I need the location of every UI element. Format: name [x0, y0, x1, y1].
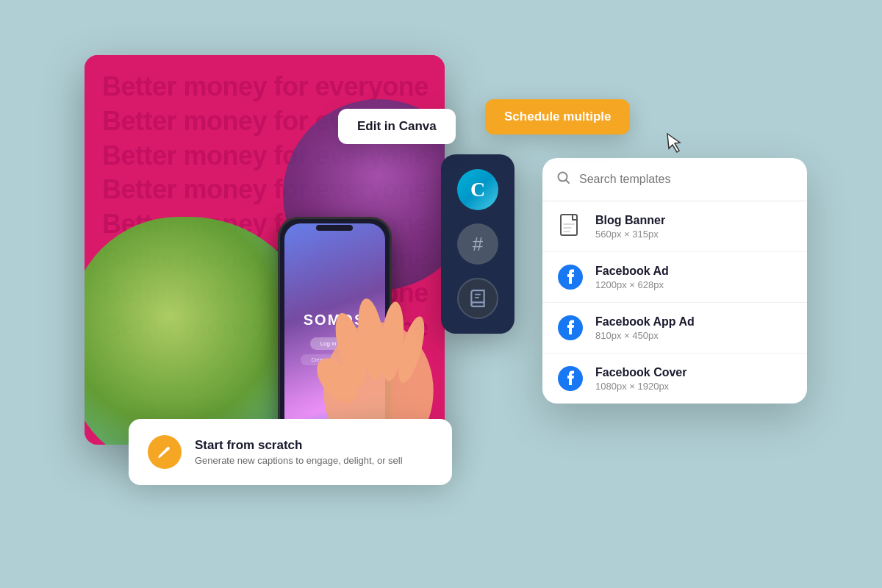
search-templates-input[interactable] — [579, 173, 792, 186]
phone-notch — [316, 225, 353, 231]
edit-canva-label: Edit in Canva — [357, 119, 437, 133]
hash-symbol: # — [473, 233, 483, 256]
schedule-multiple-button[interactable]: Schedule multiple — [485, 99, 630, 135]
doc-icon — [557, 213, 584, 240]
search-box — [542, 158, 807, 201]
template-info: Facebook App Ad 810px × 450px — [595, 315, 695, 341]
template-info: Facebook Cover 1080px × 1920px — [595, 366, 686, 392]
book-nav-icon[interactable] — [457, 278, 498, 319]
canva-letter: C — [470, 178, 485, 201]
book-icon — [468, 289, 487, 308]
repeating-text-1: Better money for everyone — [102, 70, 445, 104]
templates-panel: Blog Banner 560px × 315px Facebook Ad 12… — [542, 158, 807, 404]
scratch-card[interactable]: Start from scratch Generate new captions… — [129, 419, 452, 485]
schedule-multiple-label: Schedule multiple — [504, 110, 611, 123]
template-list: Blog Banner 560px × 315px Facebook Ad 12… — [542, 201, 807, 404]
template-dims: 1080px × 1920px — [595, 381, 686, 392]
template-name: Blog Banner — [595, 214, 665, 227]
pencil-icon — [148, 435, 182, 469]
template-dims: 560px × 315px — [595, 229, 665, 240]
template-dims: 1200px × 628px — [595, 279, 669, 290]
svg-rect-7 — [561, 215, 577, 235]
template-dims: 810px × 450px — [595, 330, 695, 341]
facebook-icon — [557, 264, 584, 290]
template-name: Facebook Cover — [595, 366, 686, 379]
scratch-title: Start from scratch — [195, 438, 403, 453]
nav-panel: C # — [441, 154, 514, 334]
template-name: Facebook Ad — [595, 265, 669, 278]
facebook-icon — [557, 315, 584, 341]
scratch-text: Start from scratch Generate new captions… — [195, 438, 403, 466]
facebook-icon — [557, 365, 584, 392]
template-info: Blog Banner 560px × 315px — [595, 214, 665, 240]
template-item[interactable]: Blog Banner 560px × 315px — [542, 201, 807, 252]
cursor-pointer — [662, 131, 688, 157]
template-item[interactable]: Facebook Cover 1080px × 1920px — [542, 354, 807, 404]
template-name: Facebook App Ad — [595, 315, 695, 329]
template-info: Facebook Ad 1200px × 628px — [595, 265, 669, 290]
search-icon — [557, 171, 570, 187]
hash-nav-icon[interactable]: # — [457, 223, 498, 265]
scratch-subtitle: Generate new captions to engage, delight… — [195, 455, 403, 466]
hand-icon — [305, 254, 445, 445]
edit-canva-button[interactable]: Edit in Canva — [338, 109, 456, 144]
phone-hand: SOMOS Log in now Create your account — [239, 107, 430, 445]
template-item[interactable]: Facebook Ad 1200px × 628px — [542, 252, 807, 303]
template-item[interactable]: Facebook App Ad 810px × 450px — [542, 303, 807, 354]
canva-nav-icon[interactable]: C — [457, 169, 498, 210]
scene: Better money for everyone Better money f… — [0, 0, 882, 588]
